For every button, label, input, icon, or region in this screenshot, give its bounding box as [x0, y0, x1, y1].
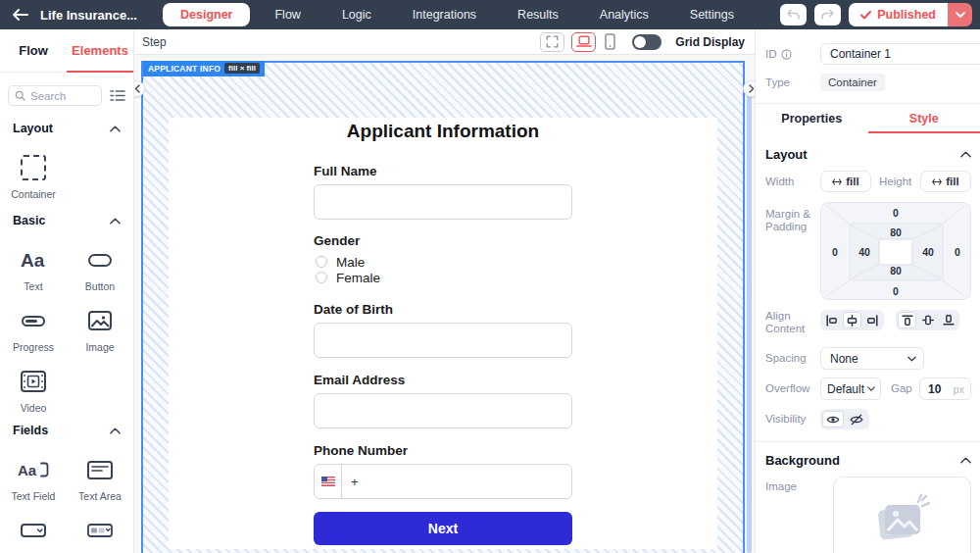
nav-flow[interactable]: Flow [254, 4, 320, 25]
list-view-button[interactable] [110, 89, 125, 102]
margin-bottom-value[interactable]: 0 [893, 285, 899, 297]
publish-dropdown-button[interactable] [948, 3, 972, 26]
margin-left-value[interactable]: 0 [832, 246, 838, 258]
padding-bottom-value[interactable]: 80 [890, 265, 902, 276]
align-bottom-button[interactable] [939, 312, 957, 328]
email-input[interactable] [314, 393, 572, 428]
selection-tag[interactable]: APPLICANT INFO fill × fill [143, 61, 265, 76]
date-of-birth-label[interactable]: Date of Birth [314, 302, 572, 317]
horizontal-arrows-icon [932, 178, 942, 185]
text-icon: Aa [20, 250, 47, 270]
selected-container[interactable]: APPLICANT INFO fill × fill Applicant Inf… [141, 61, 745, 553]
canvas-scrollbar[interactable] [747, 84, 752, 553]
element-progress[interactable]: Progress [0, 298, 67, 359]
elements-sidebar: Flow Elements Layout Con [0, 29, 134, 553]
align-middle-button[interactable] [918, 312, 937, 328]
margin-right-value[interactable]: 0 [955, 246, 960, 258]
form-heading[interactable]: Applicant Information [314, 118, 572, 142]
published-button[interactable]: Published [849, 3, 948, 26]
scroll-right-button[interactable] [743, 80, 755, 97]
radio-female[interactable] [316, 272, 327, 283]
element-container[interactable]: Container [0, 145, 67, 206]
element-image[interactable]: Image [67, 298, 133, 359]
tab-elements[interactable]: Elements [67, 29, 133, 72]
search-box[interactable] [8, 85, 102, 106]
undo-icon [786, 9, 801, 22]
hidden-button[interactable] [846, 411, 867, 427]
nav-analytics[interactable]: Analytics [579, 4, 669, 25]
overflow-select[interactable]: Default [820, 377, 881, 400]
gender-label[interactable]: Gender [314, 233, 572, 248]
container-id-input[interactable] [820, 43, 980, 65]
type-label: Type [765, 76, 820, 89]
align-middle-icon [922, 315, 934, 326]
full-name-label[interactable]: Full Name [314, 164, 572, 178]
padding-right-value[interactable]: 40 [922, 246, 934, 258]
gender-option-male[interactable]: Male [316, 254, 572, 270]
background-section-header[interactable]: Background [765, 449, 971, 471]
chevron-up-icon [110, 218, 121, 225]
align-top-button[interactable] [898, 312, 916, 328]
email-label[interactable]: Email Address [314, 373, 572, 387]
grid-display-toggle[interactable] [632, 34, 662, 50]
nav-logic[interactable]: Logic [321, 4, 392, 25]
element-text-field[interactable]: Aa Text Field [0, 447, 67, 508]
undo-button[interactable] [780, 4, 807, 25]
tab-style[interactable]: Style [868, 104, 980, 133]
section-fields-header[interactable]: Fields [0, 424, 133, 437]
margin-top-value[interactable]: 0 [893, 207, 899, 219]
spacing-select[interactable]: None [820, 347, 924, 370]
select-image-button[interactable]: Select Image [833, 477, 971, 553]
phone-input[interactable]: + [314, 464, 572, 499]
padding-top-value[interactable]: 80 [890, 226, 902, 238]
type-badge: Container [820, 74, 885, 91]
active-tab-underline [67, 71, 133, 73]
search-input[interactable] [30, 90, 91, 102]
date-of-birth-input[interactable] [314, 323, 572, 358]
full-name-input[interactable] [314, 184, 572, 220]
dropdown-multiselect-icon [87, 524, 113, 537]
tab-properties[interactable]: Properties [756, 104, 868, 133]
padding-left-value[interactable]: 40 [858, 246, 870, 258]
content-box[interactable] [879, 239, 912, 265]
element-button[interactable]: Button [67, 237, 133, 298]
tab-flow[interactable]: Flow [0, 29, 67, 72]
element-text-area[interactable]: Text Area [67, 447, 133, 508]
laptop-icon [576, 35, 592, 48]
align-center-button[interactable] [843, 312, 861, 328]
width-value-button[interactable]: fill [820, 171, 871, 192]
align-left-button[interactable] [822, 312, 841, 328]
gap-field[interactable]: px [919, 377, 971, 400]
element-video[interactable]: Video [0, 359, 67, 420]
section-layout-header[interactable]: Layout [0, 122, 133, 135]
desktop-view-button[interactable] [571, 32, 596, 52]
nav-designer[interactable]: Designer [163, 3, 251, 26]
phone-label[interactable]: Phone Number [314, 443, 572, 458]
redo-button[interactable] [814, 4, 841, 25]
next-button[interactable]: Next [314, 512, 572, 545]
chevron-left-icon [134, 84, 140, 93]
back-icon[interactable] [12, 9, 28, 21]
selection-tag-label: APPLICANT INFO [148, 64, 220, 74]
element-dropdown[interactable]: Dropdown [0, 508, 67, 553]
gap-input[interactable] [928, 382, 950, 396]
nav-settings[interactable]: Settings [669, 4, 755, 25]
mobile-view-button[interactable] [603, 33, 617, 50]
fit-view-button[interactable] [540, 32, 564, 52]
visible-button[interactable] [822, 411, 844, 427]
height-value-button[interactable]: fill [920, 171, 971, 192]
nav-results[interactable]: Results [497, 4, 579, 25]
check-icon [860, 11, 871, 20]
radio-male[interactable] [316, 256, 327, 268]
layout-section-header[interactable]: Layout [765, 143, 971, 165]
align-right-button[interactable] [863, 312, 882, 328]
gender-option-female[interactable]: Female [316, 270, 572, 285]
element-dropdown-multiselect[interactable]: Dropdown Multiselect [67, 508, 133, 553]
country-flag-selector[interactable] [315, 465, 342, 498]
element-text[interactable]: Aa Text [0, 237, 67, 298]
margin-padding-diagram[interactable]: 0 80 0 40 40 0 80 0 [820, 202, 971, 300]
nav-integrations[interactable]: Integrations [392, 4, 497, 25]
gap-unit: px [953, 383, 964, 395]
canvas-viewport[interactable]: APPLICANT INFO fill × fill Applicant Inf… [134, 55, 755, 553]
section-basic-header[interactable]: Basic [0, 214, 133, 227]
